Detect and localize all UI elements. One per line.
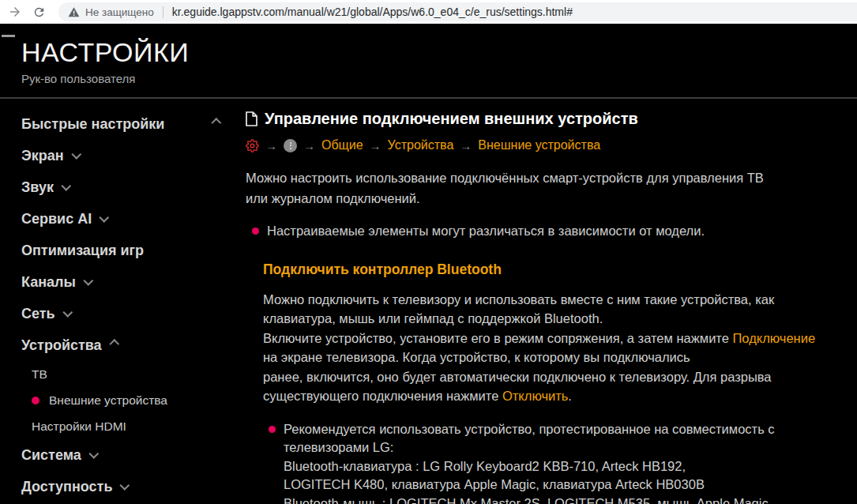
url-text[interactable]: kr.eguide.lgappstv.com/manual/w21/global… <box>172 6 573 18</box>
breadcrumb-arrow-icon: → <box>265 139 277 152</box>
not-secure-warning-icon <box>68 6 80 18</box>
bluetooth-section: Подключить контроллер Bluetooth Можно по… <box>263 261 825 504</box>
sidebar-item-quick-settings[interactable]: Быстрые настройки <box>21 108 220 140</box>
breadcrumb-arrow-icon: → <box>460 139 472 152</box>
sidebar-subitem-external-devices[interactable]: Внешние устройства <box>21 387 241 413</box>
chevron-down-icon <box>71 149 81 160</box>
page-top-dash <box>2 35 15 37</box>
article: Управление подключением внешних устройст… <box>241 99 857 502</box>
intro-paragraph: Можно настроить использование подключённ… <box>246 167 799 209</box>
sidebar-item-sound[interactable]: Звук <box>21 171 241 203</box>
all-settings-icon <box>284 139 297 152</box>
manual-page: НАСТРОЙКИ Рук-во пользователя Быстрые на… <box>0 24 857 504</box>
sidebar-item-ai-service[interactable]: Сервис AI <box>21 203 241 235</box>
breadcrumb-arrow-icon: → <box>370 139 382 152</box>
sidebar-item-system[interactable]: Система <box>21 439 241 471</box>
sidebar-subitem-tv[interactable]: ТВ <box>21 361 241 387</box>
disconnect-link[interactable]: Отключить <box>502 389 568 403</box>
chevron-down-icon <box>83 276 93 286</box>
forward-icon[interactable] <box>7 4 23 20</box>
breadcrumb-item-external-devices: Внешние устройства <box>478 138 600 152</box>
omnibox-separator <box>163 6 164 18</box>
page-header: НАСТРОЙКИ Рук-во пользователя <box>0 24 857 99</box>
address-bar[interactable]: Не защищено kr.eguide.lgappstv.com/manua… <box>58 2 857 21</box>
security-label: Не защищено <box>85 6 154 18</box>
sidebar-nav: Быстрые настройки Экран Звук Сервис AI О… <box>0 99 241 502</box>
section-heading: Подключить контроллер Bluetooth <box>263 261 825 278</box>
breadcrumb: → → Общие → Устройства → Внешние устройс… <box>246 138 825 152</box>
bullet-dot <box>252 228 259 235</box>
sidebar-item-network[interactable]: Сеть <box>21 298 241 329</box>
chevron-up-icon <box>211 118 221 128</box>
section-body: Можно подключить к телевизору и использо… <box>263 290 816 406</box>
chevron-up-icon <box>109 339 119 349</box>
note-item: Настраиваемые элементы могут различаться… <box>246 222 825 241</box>
note-item: Рекомендуется использовать устройство, п… <box>263 420 825 504</box>
page-title: НАСТРОЙКИ <box>21 36 857 68</box>
sidebar-item-screen[interactable]: Экран <box>21 140 241 171</box>
browser-toolbar: Не защищено kr.eguide.lgappstv.com/manua… <box>0 0 857 24</box>
sidebar-subitem-hdmi-settings[interactable]: Настройки HDMI <box>21 413 241 439</box>
chevron-down-icon <box>61 181 71 191</box>
sidebar-item-devices[interactable]: Устройства <box>21 329 241 361</box>
settings-gear-icon <box>246 139 259 152</box>
sidebar-item-accessibility[interactable]: Доступность <box>21 471 241 502</box>
page-subtitle: Рук-во пользователя <box>21 72 857 85</box>
reload-icon[interactable] <box>31 4 47 20</box>
chevron-down-icon <box>88 449 99 459</box>
chevron-down-icon <box>62 307 73 318</box>
note-text: Настраиваемые элементы могут различаться… <box>267 222 705 241</box>
article-title: Управление подключением внешних устройст… <box>265 110 638 128</box>
document-icon <box>246 111 257 126</box>
sidebar-item-channels[interactable]: Каналы <box>21 266 241 298</box>
active-item-dot <box>32 397 39 404</box>
breadcrumb-item-devices: Устройства <box>388 138 454 152</box>
compatibility-note-text: Рекомендуется использовать устройство, п… <box>284 420 775 504</box>
bullet-dot <box>269 426 276 433</box>
chevron-down-icon <box>100 213 110 223</box>
breadcrumb-item-general: Общие <box>321 138 363 152</box>
sidebar-item-game-optimizer[interactable]: Оптимизация игр <box>21 235 241 266</box>
connect-link[interactable]: Подключение <box>732 331 815 345</box>
chevron-down-icon <box>120 480 130 491</box>
breadcrumb-arrow-icon: → <box>303 139 315 152</box>
